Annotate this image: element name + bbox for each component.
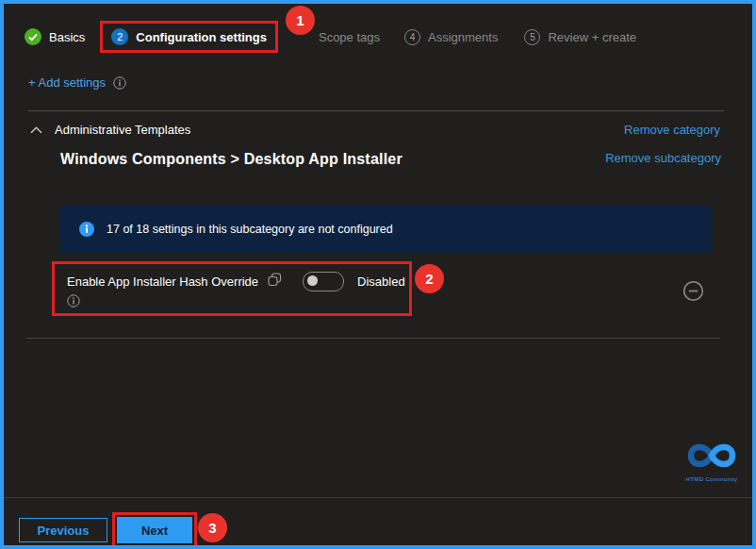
step-scope-tags[interactable]: Scope tags bbox=[319, 30, 380, 44]
next-button[interactable]: Next bbox=[117, 517, 192, 543]
setting-info-icon[interactable] bbox=[67, 294, 80, 308]
step-basics-label: Basics bbox=[49, 30, 85, 44]
footer-divider bbox=[4, 497, 752, 498]
previous-button[interactable]: Previous bbox=[19, 518, 107, 542]
toggle-knob bbox=[307, 275, 318, 286]
step-assignments-label: Assignments bbox=[428, 30, 498, 44]
subcategory-title: Windows Components > Desktop App Install… bbox=[60, 151, 403, 168]
remove-subcategory-link[interactable]: Remove subcategory bbox=[605, 151, 721, 165]
wizard-stepper: Basics 2 Configuration settings 1 Scope … bbox=[25, 15, 636, 58]
step-scope-tags-label: Scope tags bbox=[319, 30, 380, 44]
step-configuration-settings[interactable]: 2 Configuration settings bbox=[111, 28, 267, 45]
step-review-create-label: Review + create bbox=[548, 30, 636, 44]
setting-label: Enable App Installer Hash Override bbox=[67, 274, 258, 289]
annotation-box-configuration-settings: 2 Configuration settings bbox=[100, 21, 278, 53]
annotation-badge-1: 1 bbox=[286, 6, 315, 35]
section-divider bbox=[26, 338, 720, 339]
annotation-box-setting: Enable App Installer Hash Override Disab… bbox=[52, 261, 412, 316]
collapse-chevron-icon[interactable] bbox=[30, 121, 42, 138]
annotation-box-next: Next bbox=[112, 512, 197, 548]
setting-toggle[interactable] bbox=[303, 272, 344, 291]
copy-icon bbox=[268, 273, 282, 291]
info-icon bbox=[113, 76, 126, 90]
step-4-number-badge: 4 bbox=[404, 29, 420, 45]
remove-category-link[interactable]: Remove category bbox=[624, 123, 720, 137]
category-row: Administrative Templates Remove category bbox=[30, 121, 720, 138]
annotation-badge-2: 2 bbox=[415, 264, 444, 293]
remove-setting-button[interactable] bbox=[681, 280, 705, 305]
add-settings-label: + Add settings bbox=[28, 75, 106, 90]
logo-text: HTMD Community bbox=[675, 476, 748, 482]
subcategory-row: Windows Components > Desktop App Install… bbox=[60, 151, 721, 168]
step-5-number-badge: 5 bbox=[524, 29, 540, 45]
intune-configuration-wizard: Basics 2 Configuration settings 1 Scope … bbox=[0, 0, 756, 549]
step-basics[interactable]: Basics bbox=[25, 28, 85, 45]
category-title: Administrative Templates bbox=[55, 123, 190, 137]
step-2-number-badge: 2 bbox=[111, 28, 128, 45]
info-filled-icon bbox=[79, 222, 94, 237]
info-banner-message: 17 of 18 settings in this subcategory ar… bbox=[107, 223, 393, 236]
htmd-community-logo: HTMD Community bbox=[675, 440, 748, 482]
infinity-logo-icon bbox=[684, 458, 739, 474]
add-settings-link[interactable]: + Add settings bbox=[28, 75, 126, 90]
setting-row: Enable App Installer Hash Override Disab… bbox=[55, 264, 409, 291]
step-review-create[interactable]: 5 Review + create bbox=[524, 29, 636, 45]
annotation-badge-3: 3 bbox=[198, 513, 227, 542]
info-banner: 17 of 18 settings in this subcategory ar… bbox=[59, 206, 712, 253]
step-assignments[interactable]: 4 Assignments bbox=[404, 29, 498, 45]
completed-check-icon bbox=[25, 28, 41, 45]
circled-minus-icon bbox=[682, 291, 704, 305]
toggle-state-label: Disabled bbox=[357, 274, 405, 289]
step-configuration-settings-label: Configuration settings bbox=[136, 30, 267, 44]
section-divider bbox=[28, 110, 724, 111]
